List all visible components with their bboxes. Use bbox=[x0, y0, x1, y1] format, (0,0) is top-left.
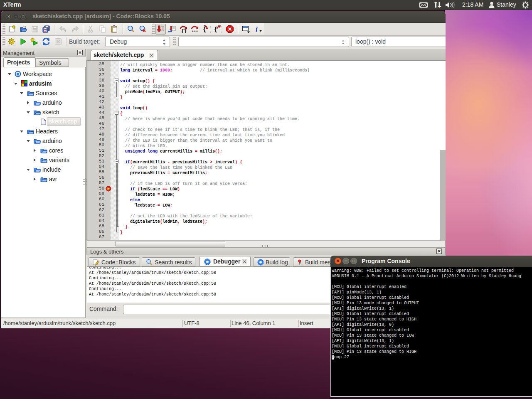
svg-text:R: R bbox=[143, 28, 146, 33]
svg-text:{}: {} bbox=[181, 29, 187, 33]
svg-text:i: i bbox=[256, 25, 258, 33]
